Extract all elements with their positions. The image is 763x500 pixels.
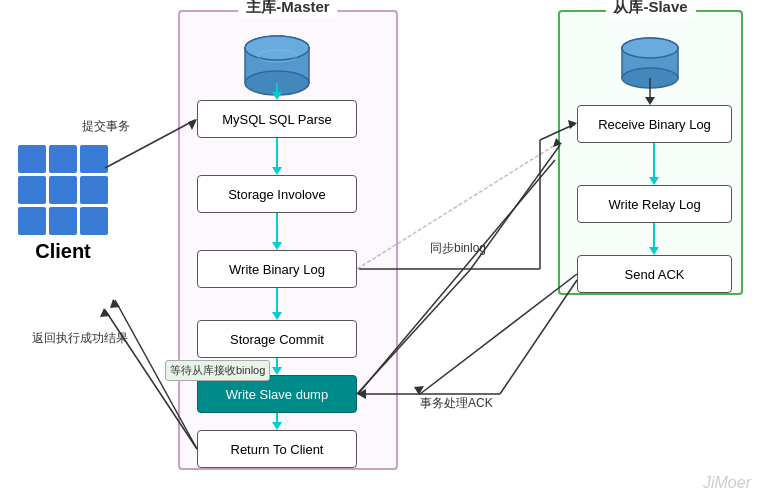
- client-grid: [18, 145, 108, 235]
- svg-marker-46: [110, 299, 120, 308]
- receive-binary-log-box: Receive Binary Log: [577, 105, 732, 143]
- submit-transaction-label: 提交事务: [82, 118, 130, 135]
- storage-involve-box: Storage Involove: [197, 175, 357, 213]
- client-cell: [18, 207, 46, 235]
- client-cell: [80, 145, 108, 173]
- client-cell: [18, 145, 46, 173]
- watermark: JiMoer: [703, 474, 751, 492]
- client-cell: [80, 176, 108, 204]
- client-cell: [80, 207, 108, 235]
- wait-slave-label: 等待从库接收binlog: [165, 360, 270, 381]
- mysql-sql-parse-box: MySQL SQL Parse: [197, 100, 357, 138]
- client-cell: [49, 145, 77, 173]
- return-to-client-box: Return To Client: [197, 430, 357, 468]
- send-ack-box: Send ACK: [577, 255, 732, 293]
- svg-marker-34: [414, 386, 424, 395]
- slave-title: 从库-Slave: [605, 0, 695, 17]
- return-result-label: 返回执行成功结果: [32, 330, 128, 347]
- sync-binlog-label: 同步binlog: [430, 240, 486, 257]
- diagram-container: 主库-Master 从库-Slave Client MySQL SQL Pars…: [0, 0, 763, 500]
- svg-marker-28: [100, 308, 110, 317]
- client-cell: [49, 207, 77, 235]
- storage-commit-box: Storage Commit: [197, 320, 357, 358]
- client-cell: [49, 176, 77, 204]
- client-cell: [18, 176, 46, 204]
- client-block: Client: [18, 145, 108, 263]
- svg-line-42: [500, 280, 577, 394]
- transaction-ack-label: 事务处理ACK: [420, 395, 493, 412]
- svg-line-33: [420, 274, 577, 394]
- client-label: Client: [35, 240, 91, 263]
- slave-box: 从库-Slave: [558, 10, 743, 295]
- master-title: 主库-Master: [238, 0, 337, 17]
- write-relay-log-box: Write Relay Log: [577, 185, 732, 223]
- write-binary-log-box: Write Binary Log: [197, 250, 357, 288]
